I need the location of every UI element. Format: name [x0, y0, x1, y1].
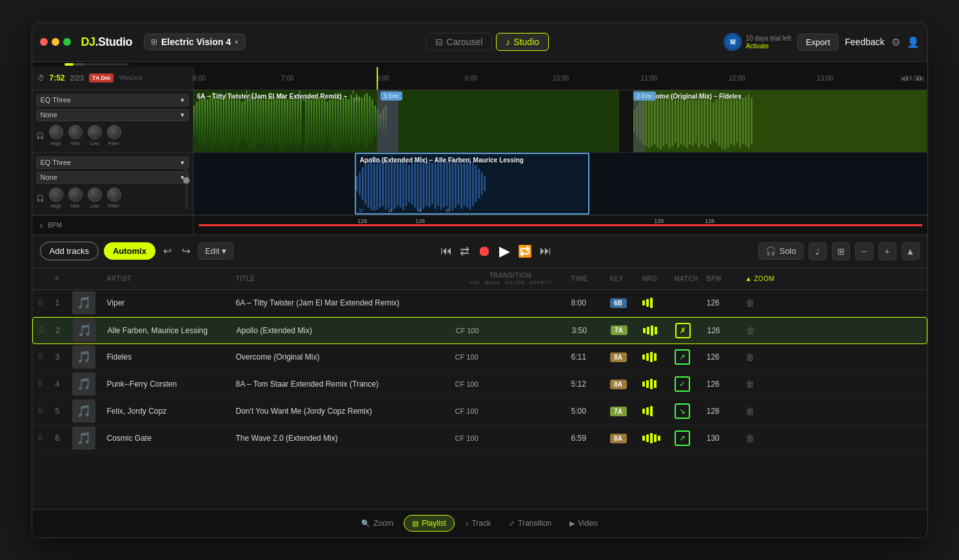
project-selector[interactable]: ⊞ Electric Vision 4 ▾: [144, 34, 246, 50]
record-button[interactable]: ⏺: [477, 243, 491, 260]
svg-rect-147: [420, 156, 422, 211]
track-row[interactable]: ⠿ 6 🎵 Cosmic Gate The Wave 2.0 (Extended…: [32, 425, 927, 452]
svg-rect-54: [337, 92, 338, 150]
track-row[interactable]: ⠿ 5 🎵 Felix, Jordy Copz Don't You Want M…: [32, 398, 927, 425]
svg-rect-104: [701, 98, 703, 144]
plus-button[interactable]: +: [878, 242, 896, 260]
track-delete[interactable]: 🗑: [743, 433, 795, 443]
svg-rect-114: [731, 98, 733, 144]
bpm-row: 126 126 126 126: [193, 215, 927, 235]
svg-rect-96: [678, 95, 680, 148]
tab-playlist[interactable]: ▤ Playlist: [404, 515, 455, 532]
delete-button[interactable]: 🗑: [746, 352, 755, 362]
skip-forward-button[interactable]: ⏭: [916, 73, 925, 83]
high-knob-group: High: [49, 125, 63, 146]
collapse-all-button[interactable]: ▲: [902, 242, 920, 260]
drag-handle[interactable]: ⠿: [37, 298, 53, 307]
delete-button[interactable]: 🗑: [746, 406, 755, 416]
shuffle-button[interactable]: ⇄: [460, 244, 470, 258]
svg-rect-117: [739, 95, 741, 148]
track-waveform-1[interactable]: 6A – Titty Twister (Jam El Mar Extended …: [193, 90, 927, 153]
tab-video[interactable]: ▶ Video: [562, 516, 605, 531]
eq-dropdown-1[interactable]: EQ Three ▾: [36, 94, 189, 106]
tab-zoom[interactable]: 🔍 Zoom: [353, 516, 401, 531]
drag-handle[interactable]: ⠿: [37, 380, 53, 389]
settings-icon[interactable]: ⚙: [891, 36, 900, 48]
tab-transition[interactable]: ⤢ Transition: [501, 516, 559, 531]
filter-dropdown-2[interactable]: None ▾: [36, 171, 189, 184]
carousel-mode-button[interactable]: ⊟ Carousel: [426, 33, 492, 51]
edit-button[interactable]: Edit ▾: [198, 242, 233, 260]
minimize-button[interactable]: [52, 38, 59, 46]
filter-knob-2[interactable]: [107, 188, 121, 202]
svg-rect-116: [737, 99, 738, 142]
low-knob[interactable]: [88, 125, 102, 139]
tracklist-header: # ARTIST TITLE TRANSITION VOL BASS FILTE…: [32, 268, 927, 290]
export-button[interactable]: Export: [797, 34, 838, 51]
track-row[interactable]: ⠿ 2 🎵 Alle Farben, Maurice Lessing Apoll…: [32, 317, 927, 344]
undo-button[interactable]: ↩: [161, 242, 174, 260]
skip-to-end-button[interactable]: ⏭: [540, 244, 551, 258]
svg-rect-140: [399, 160, 401, 208]
high-knob[interactable]: [49, 125, 63, 139]
right-controls: 🎧 Solo ♩ ⊞ − + ▲: [758, 242, 919, 260]
playhead[interactable]: [377, 67, 378, 90]
channel-fader[interactable]: [185, 159, 188, 208]
track-row[interactable]: ⠿ 1 🎵 Viper 6A – Titty Twister (Jam El M…: [32, 290, 927, 317]
user-icon[interactable]: 👤: [907, 36, 920, 48]
track-waveform-2[interactable]: Apollo (Extended Mix) – Alle Farben, Mau…: [193, 153, 927, 215]
skip-back-button[interactable]: ⏮: [900, 73, 909, 83]
mik-trial-text: 10 days trial left: [746, 35, 791, 43]
add-tracks-button[interactable]: Add tracks: [40, 242, 99, 260]
drag-handle[interactable]: ⠿: [37, 434, 53, 443]
collapse-button[interactable]: ›: [37, 217, 46, 233]
track-row[interactable]: ⠿ 3 🎵 Fideles Overcome (Original Mix) CF…: [32, 344, 927, 371]
filter-knob-group: Filter: [107, 125, 121, 146]
carousel-label: Carousel: [446, 37, 482, 47]
delete-button[interactable]: 🗑: [746, 433, 755, 443]
track-row[interactable]: ⠿ 4 🎵 Punk--Ferry Corsten 8A – Tom Staar…: [32, 371, 927, 398]
eq-dropdown-2[interactable]: EQ Three ▾: [36, 157, 189, 169]
filter-dropdown-1[interactable]: None ▾: [36, 109, 189, 121]
drag-handle[interactable]: ⠿: [37, 407, 53, 416]
automix-button[interactable]: Automix: [104, 242, 155, 260]
studio-mode-button[interactable]: ♪ Studio: [496, 33, 549, 51]
metronome-button[interactable]: ♩: [809, 242, 827, 260]
high-knob-2[interactable]: [49, 188, 63, 202]
filter-knob[interactable]: [107, 125, 121, 139]
track-delete[interactable]: 🗑: [743, 406, 795, 416]
minus-button[interactable]: −: [855, 242, 873, 260]
tab-track[interactable]: ♪ Track: [457, 516, 499, 531]
mini-timeline[interactable]: [64, 63, 129, 66]
track-delete[interactable]: 🗑: [743, 352, 795, 362]
mid-knob-2[interactable]: [68, 188, 83, 202]
redo-button[interactable]: ↪: [179, 242, 193, 260]
svg-rect-129: [368, 160, 370, 208]
grid-button[interactable]: ⊞: [832, 242, 850, 260]
th-zoom[interactable]: ▲ Zoom: [743, 271, 795, 287]
mid-knob[interactable]: [68, 125, 83, 139]
svg-rect-38: [292, 98, 293, 144]
loop-button[interactable]: 🔁: [518, 244, 532, 258]
track-nrg: [640, 352, 672, 362]
delete-button[interactable]: 🗑: [746, 325, 755, 336]
solo-button[interactable]: 🎧 Solo: [758, 242, 803, 260]
nrg-bar: [646, 434, 649, 442]
feedback-button[interactable]: Feedback: [845, 37, 884, 47]
drag-handle[interactable]: ⠿: [37, 352, 53, 362]
mik-activate-link[interactable]: Activate: [746, 43, 791, 50]
maximize-button[interactable]: [63, 38, 71, 46]
track-delete[interactable]: 🗑: [743, 379, 795, 389]
close-button[interactable]: [40, 38, 48, 46]
drag-handle[interactable]: ⠿: [38, 326, 54, 335]
play-button[interactable]: ▶: [499, 243, 510, 260]
low-knob-2[interactable]: [88, 188, 102, 202]
delete-button[interactable]: 🗑: [746, 298, 755, 308]
bottom-tabs: 🔍 Zoom ▤ Playlist ♪ Track ⤢ Transition ▶…: [32, 509, 927, 537]
svg-rect-88: [654, 98, 656, 144]
nrg-bar: [650, 298, 653, 308]
delete-button[interactable]: 🗑: [746, 379, 755, 389]
skip-to-start-button[interactable]: ⏮: [440, 244, 452, 258]
track-delete[interactable]: 🗑: [744, 325, 795, 336]
track-delete[interactable]: 🗑: [743, 298, 795, 308]
